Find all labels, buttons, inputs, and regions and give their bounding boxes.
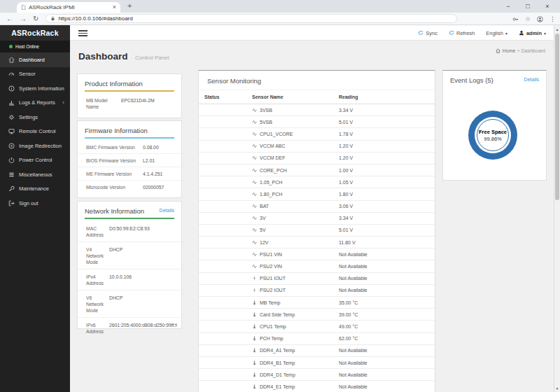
- user-dropdown[interactable]: admin ▾: [519, 30, 546, 36]
- event-logs-details-link[interactable]: Details: [524, 77, 539, 82]
- sensor-reading: 1.05 V: [339, 180, 435, 185]
- sensor-reading: 1.20 V: [339, 155, 435, 160]
- voltage-icon: [252, 240, 257, 245]
- sensor-reading: Not Available: [339, 372, 435, 377]
- network-information-card: Network Information Details MAC Address …: [77, 201, 182, 329]
- sidebar-item-logs-reports[interactable]: Logs & Reports ›: [0, 96, 70, 111]
- card-title: Firmware Information: [78, 121, 181, 137]
- key-icon[interactable]: [512, 16, 519, 22]
- reload-icon[interactable]: ↻: [33, 15, 38, 22]
- voltage-icon: [252, 252, 257, 257]
- browser-tab[interactable]: ASRockRack IPMI ×: [17, 2, 120, 13]
- browser-toolbar: ← → ↻ https://10.0.0.106/#dashboard ☆ ⋮: [0, 13, 560, 25]
- info-value: L2.01: [143, 158, 177, 164]
- url-bar[interactable]: https://10.0.0.106/#dashboard: [46, 14, 457, 23]
- sensor-row[interactable]: DDR4_A1 Temp Not Available: [199, 345, 435, 357]
- temperature-icon: [252, 300, 257, 305]
- sensor-name: CPU1_VCORE: [260, 132, 293, 136]
- temperature-icon: [252, 360, 257, 365]
- sensor-name: VCCM DEF: [260, 155, 286, 160]
- voltage-icon: [252, 168, 257, 173]
- sensor-row[interactable]: CPU1 Temp 49.00 °C: [199, 321, 435, 332]
- bookmark-star-icon[interactable]: ☆: [525, 15, 531, 22]
- new-tab-button[interactable]: +: [127, 1, 132, 10]
- profile-icon[interactable]: [537, 16, 543, 22]
- sensor-row[interactable]: Card Side Temp 39.00 °C: [199, 309, 435, 321]
- temperature-icon: [252, 348, 257, 353]
- column-status: Status: [204, 94, 252, 99]
- sidebar-item-system-information[interactable]: System Information: [0, 81, 70, 96]
- voltage-icon: [252, 108, 257, 113]
- sidebar-item-settings[interactable]: Settings: [0, 110, 70, 125]
- tab-close-icon[interactable]: ×: [113, 4, 116, 10]
- sensor-name: DDR4_B1 Temp: [260, 360, 295, 365]
- window-close-button[interactable]: ×: [538, 3, 557, 10]
- event-logs-card: Event Logs (5) Details Free Space 99.86%: [442, 70, 547, 181]
- sensor-row[interactable]: CPU1_VCORE 1.78 V: [199, 128, 435, 140]
- info-row: V6 Network Mode DHCP: [78, 290, 181, 318]
- sensor-row[interactable]: BAT 3.06 V: [199, 201, 435, 213]
- sidebar-item-remote-control[interactable]: Remote Control: [0, 125, 70, 139]
- sensor-row[interactable]: MB Temp 35.00 °C: [199, 297, 435, 309]
- sensor-row[interactable]: PSU1 IOUT Not Available: [199, 273, 435, 285]
- back-icon[interactable]: ←: [6, 15, 13, 22]
- network-details-link[interactable]: Details: [160, 208, 174, 213]
- main-content: Sync Refresh English ▾ admin ▾ Home › Da…: [70, 25, 560, 392]
- sync-button[interactable]: Sync: [418, 30, 438, 36]
- sensor-row[interactable]: 5V 5.01 V: [199, 225, 435, 237]
- sensor-row[interactable]: PSU2 IOUT Not Available: [199, 285, 435, 297]
- refresh-button[interactable]: Refresh: [449, 30, 475, 36]
- sensor-row[interactable]: VCCM DEF 1.20 V: [199, 153, 435, 164]
- info-label: IPv4 Address: [86, 274, 109, 286]
- disc-icon: [8, 143, 15, 149]
- sensor-row[interactable]: 1.80_PCH 1.80 V: [199, 188, 435, 200]
- sensor-row[interactable]: DDR4_E1 Temp Not Available: [199, 381, 435, 392]
- sensor-row[interactable]: PSU2 VIN Not Available: [199, 260, 435, 272]
- sensor-row[interactable]: 5VSB 5.01 V: [199, 116, 435, 128]
- sidebar-item-sensor[interactable]: Sensor: [0, 67, 70, 82]
- sensor-row[interactable]: PCH Temp 62.00 °C: [199, 333, 435, 345]
- sensor-row[interactable]: 12V 11.80 V: [199, 237, 435, 248]
- scroll-up-icon[interactable]: ▲: [554, 25, 560, 31]
- info-row: BIOS Firmware Version L2.01: [78, 154, 181, 167]
- sensor-name: DDR4_D1 Temp: [260, 372, 295, 377]
- page-scrollbar[interactable]: ▲ ▼: [554, 25, 560, 392]
- forward-icon[interactable]: →: [20, 15, 27, 22]
- info-label: Microcode Version: [86, 184, 143, 190]
- menu-icon[interactable]: [78, 30, 88, 38]
- column-sensor-name: Sensor Name: [252, 94, 339, 99]
- sensor-row[interactable]: 3V 3.34 V: [199, 213, 435, 225]
- breadcrumb-home[interactable]: Home: [503, 48, 516, 53]
- free-space-value: 99.86%: [484, 136, 501, 142]
- window-minimize-button[interactable]: −: [498, 3, 518, 10]
- host-status-label: Host Online: [15, 44, 39, 49]
- sidebar-item-dashboard[interactable]: Dashboard: [0, 52, 70, 67]
- info-label: BIOS Firmware Version: [86, 158, 143, 164]
- sensor-reading: Not Available: [339, 288, 435, 293]
- sidebar-item-image-redirection[interactable]: Image Redirection: [0, 139, 70, 153]
- sidebar-item-maintenance[interactable]: Maintenance: [0, 182, 70, 197]
- free-space-label: Free Space: [479, 129, 507, 135]
- sensor-row[interactable]: CORE_PCH 1.00 V: [199, 164, 435, 176]
- sensor-row[interactable]: DDR4_B1 Temp Not Available: [199, 357, 435, 369]
- sidebar: ASRockRack Host Online Dashboard Sensor …: [0, 25, 70, 392]
- app-topbar: Sync Refresh English ▾ admin ▾: [70, 25, 560, 41]
- sensor-name: 12V: [260, 240, 268, 245]
- window-maximize-button[interactable]: □: [518, 3, 538, 10]
- sensor-row[interactable]: PSU1 VIN Not Available: [199, 248, 435, 260]
- sensor-row[interactable]: 1.05_PCH 1.05 V: [199, 176, 435, 188]
- sidebar-item-miscellaneous[interactable]: Miscellaneous: [0, 167, 70, 182]
- info-row: V4 Network Mode DHCP: [78, 242, 181, 270]
- sidebar-item-power-control[interactable]: Power Control: [0, 153, 70, 168]
- menu-kebab-icon[interactable]: ⋮: [550, 15, 556, 22]
- language-dropdown[interactable]: English ▾: [486, 30, 507, 36]
- sensor-row[interactable]: 3VSB 3.34 V: [199, 104, 435, 116]
- scroll-down-icon[interactable]: ▼: [554, 386, 560, 391]
- sensor-reading: 3.34 V: [339, 108, 435, 113]
- sidebar-item-sign-out[interactable]: Sign out: [0, 196, 70, 211]
- sensor-row[interactable]: DDR4_D1 Temp Not Available: [199, 369, 435, 381]
- breadcrumb-current: Dashboard: [522, 48, 545, 53]
- sensor-row[interactable]: VCCM ABC 1.20 V: [199, 141, 435, 153]
- scrollbar-thumb[interactable]: [555, 34, 559, 200]
- host-online-dot: [9, 45, 13, 48]
